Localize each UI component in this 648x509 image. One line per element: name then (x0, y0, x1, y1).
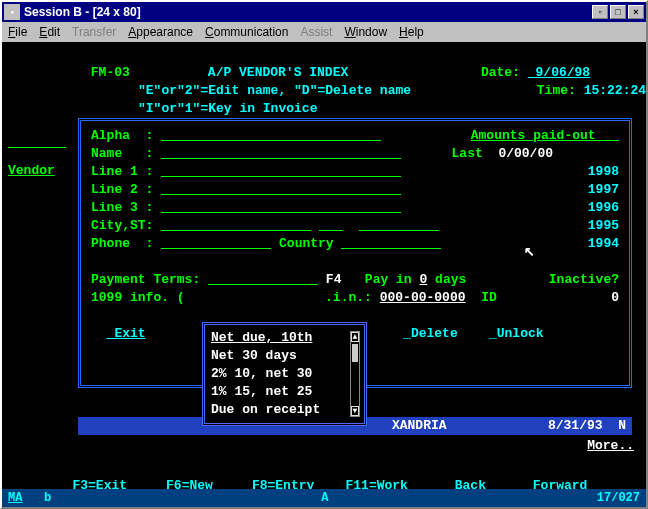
year-1: 1997 (588, 181, 619, 199)
help-text-2: "I"or"1"=Key in Invoice (138, 101, 317, 116)
name-field[interactable] (161, 145, 401, 159)
year-2: 1996 (588, 199, 619, 217)
maximize-button[interactable]: □ (610, 5, 626, 19)
menu-assist: Assist (300, 25, 332, 39)
menu-window[interactable]: Window (344, 25, 387, 39)
id-label: ID (481, 289, 497, 307)
screen-title: A/P VENDOR'S INDEX (208, 65, 348, 80)
help-text-1: "E"or"2"=Edit name, "D"=Delete name (138, 83, 411, 98)
cityst-label: City,ST: (91, 217, 153, 235)
screen-code: FM-03 (91, 65, 130, 80)
time-label: Time: (537, 83, 576, 98)
function-key-bar: F3=Exit F6=New F8=Entry F11=Work _Back _… (10, 459, 638, 477)
sidebar-vendor-label[interactable]: Vendor (8, 162, 55, 180)
status-date: 8/31/93 (548, 417, 603, 435)
alpha-field[interactable] (161, 127, 381, 141)
popup-item[interactable]: 2% 10, net 30 (211, 365, 358, 383)
menu-file[interactable]: File (8, 25, 27, 39)
ein-value[interactable]: 000-00-0000 (380, 289, 466, 307)
sidebar-divider (8, 147, 66, 148)
city-field[interactable] (161, 217, 311, 231)
app-window: ▪ Session B - [24 x 80] ▫ □ × File Edit … (0, 0, 648, 509)
last-label: Last (452, 146, 483, 161)
cursor-position: 17/027 (597, 489, 640, 507)
session-status-strip: MA b A 17/027 (2, 489, 646, 507)
f4-hint: F4 (326, 271, 342, 289)
info1099-label: 1099 info. ( (91, 289, 185, 307)
popup-item[interactable]: Due on receipt (211, 401, 358, 419)
scroll-down-icon[interactable]: ▼ (351, 406, 359, 416)
ein-label: .i.n.: (325, 289, 372, 307)
date-label: Date: (481, 65, 520, 80)
more-link[interactable]: More.. (587, 437, 634, 455)
popup-item[interactable]: 1% 15, net 25 (211, 383, 358, 401)
date-value: 9/06/98 (528, 65, 590, 80)
titlebar[interactable]: ▪ Session B - [24 x 80] ▫ □ × (2, 2, 646, 22)
action-unlock[interactable]: _Unlock (489, 325, 544, 343)
payin-value[interactable]: 0 (419, 271, 427, 289)
menu-appearance[interactable]: Appearance (128, 25, 193, 39)
year-4: 1994 (588, 235, 619, 253)
menu-help[interactable]: Help (399, 25, 424, 39)
strip-ma: MA (8, 489, 22, 507)
year-0: 1998 (588, 163, 619, 181)
phone-label: Phone : (91, 235, 153, 253)
status-name: XANDRIA (392, 417, 447, 435)
line3-field[interactable] (161, 199, 401, 213)
popup-scrollbar[interactable]: ▲ ▼ (350, 331, 360, 417)
close-button[interactable]: × (628, 5, 644, 19)
country-label: Country (279, 235, 334, 253)
strip-b: b (44, 489, 51, 507)
phone-field[interactable] (161, 235, 271, 249)
zip-field[interactable] (359, 217, 439, 231)
line1-field[interactable] (161, 163, 401, 177)
line2-label: Line 2 : (91, 181, 153, 199)
payment-terms-popup: Net due, 10th Net 30 days 2% 10, net 30 … (202, 322, 367, 426)
system-menu-icon[interactable]: ▪ (4, 4, 20, 20)
name-label: Name : (91, 145, 153, 163)
payterms-label: Payment Terms: (91, 271, 200, 289)
scroll-up-icon[interactable]: ▲ (351, 332, 359, 342)
id-value: 0 (611, 289, 619, 307)
menu-edit[interactable]: Edit (39, 25, 60, 39)
action-exit[interactable]: _Exit (107, 325, 146, 343)
menu-communication[interactable]: Communication (205, 25, 288, 39)
popup-item[interactable]: Net due, 10th (211, 329, 358, 347)
popup-item[interactable]: Net 30 days (211, 347, 358, 365)
payterms-field[interactable] (208, 271, 318, 285)
payin-pre: Pay in (365, 271, 420, 289)
status-flag: N (618, 417, 626, 435)
menu-transfer: Transfer (72, 25, 116, 39)
year-3: 1995 (588, 217, 619, 235)
scroll-thumb[interactable] (352, 344, 358, 362)
payin-suf: days (427, 271, 466, 289)
time-value: 15:22:24 (584, 83, 646, 98)
alpha-label: Alpha : (91, 127, 153, 145)
amounts-header: Amounts paid-out (471, 127, 619, 145)
minimize-button[interactable]: ▫ (592, 5, 608, 19)
strip-mid: A (321, 489, 328, 507)
menubar: File Edit Transfer Appearance Communicat… (2, 22, 646, 42)
window-title: Session B - [24 x 80] (24, 5, 592, 19)
country-field[interactable] (341, 235, 441, 249)
inactive-label: Inactive? (549, 271, 619, 289)
action-delete[interactable]: _Delete (403, 325, 458, 343)
line1-label: Line 1 : (91, 163, 153, 181)
state-field[interactable] (319, 217, 343, 231)
last-value: 0/00/00 (498, 146, 553, 161)
line3-label: Line 3 : (91, 199, 153, 217)
terminal-screen: FM-03 A/P VENDOR'S INDEX Date: 9/06/98 T… (2, 42, 646, 507)
line2-field[interactable] (161, 181, 401, 195)
